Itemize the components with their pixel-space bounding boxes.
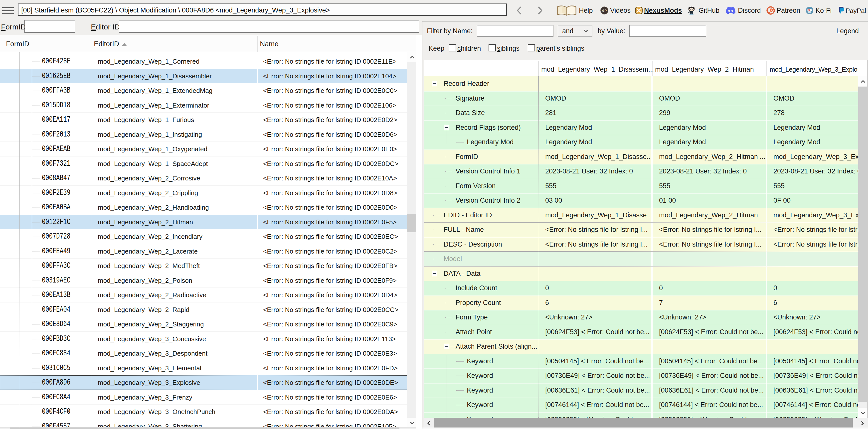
svg-text:GP: GP (602, 9, 607, 12)
